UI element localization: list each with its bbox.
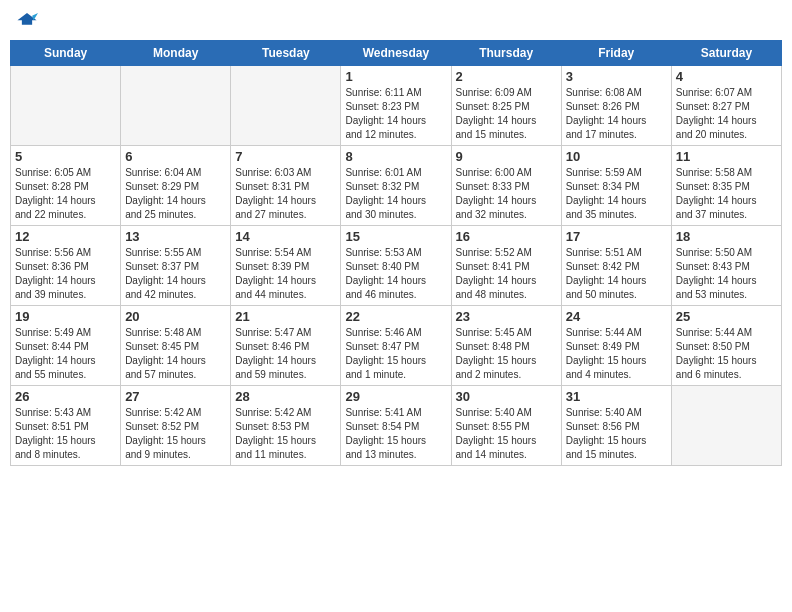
day-number: 18 [676,229,777,244]
day-number: 29 [345,389,446,404]
day-info: Sunrise: 5:52 AMSunset: 8:41 PMDaylight:… [456,246,557,302]
weekday-header-friday: Friday [561,41,671,66]
weekday-header-monday: Monday [121,41,231,66]
calendar-cell [671,386,781,466]
day-number: 28 [235,389,336,404]
calendar-cell: 4Sunrise: 6:07 AMSunset: 8:27 PMDaylight… [671,66,781,146]
day-info: Sunrise: 6:00 AMSunset: 8:33 PMDaylight:… [456,166,557,222]
day-info: Sunrise: 5:40 AMSunset: 8:55 PMDaylight:… [456,406,557,462]
calendar-cell: 1Sunrise: 6:11 AMSunset: 8:23 PMDaylight… [341,66,451,146]
weekday-header-row: SundayMondayTuesdayWednesdayThursdayFrid… [11,41,782,66]
day-info: Sunrise: 5:54 AMSunset: 8:39 PMDaylight:… [235,246,336,302]
calendar-cell: 5Sunrise: 6:05 AMSunset: 8:28 PMDaylight… [11,146,121,226]
calendar-cell: 28Sunrise: 5:42 AMSunset: 8:53 PMDayligh… [231,386,341,466]
day-number: 21 [235,309,336,324]
weekday-header-tuesday: Tuesday [231,41,341,66]
calendar-cell: 19Sunrise: 5:49 AMSunset: 8:44 PMDayligh… [11,306,121,386]
calendar-cell: 11Sunrise: 5:58 AMSunset: 8:35 PMDayligh… [671,146,781,226]
calendar-cell: 6Sunrise: 6:04 AMSunset: 8:29 PMDaylight… [121,146,231,226]
day-number: 5 [15,149,116,164]
calendar-week-row: 12Sunrise: 5:56 AMSunset: 8:36 PMDayligh… [11,226,782,306]
calendar-week-row: 1Sunrise: 6:11 AMSunset: 8:23 PMDaylight… [11,66,782,146]
page-header [10,10,782,32]
calendar-cell [11,66,121,146]
calendar-week-row: 5Sunrise: 6:05 AMSunset: 8:28 PMDaylight… [11,146,782,226]
day-number: 9 [456,149,557,164]
day-info: Sunrise: 6:01 AMSunset: 8:32 PMDaylight:… [345,166,446,222]
day-number: 17 [566,229,667,244]
day-number: 4 [676,69,777,84]
calendar-cell: 15Sunrise: 5:53 AMSunset: 8:40 PMDayligh… [341,226,451,306]
calendar-cell: 8Sunrise: 6:01 AMSunset: 8:32 PMDaylight… [341,146,451,226]
day-info: Sunrise: 5:50 AMSunset: 8:43 PMDaylight:… [676,246,777,302]
day-number: 27 [125,389,226,404]
calendar-table: SundayMondayTuesdayWednesdayThursdayFrid… [10,40,782,466]
day-info: Sunrise: 6:07 AMSunset: 8:27 PMDaylight:… [676,86,777,142]
day-info: Sunrise: 5:47 AMSunset: 8:46 PMDaylight:… [235,326,336,382]
calendar-cell: 13Sunrise: 5:55 AMSunset: 8:37 PMDayligh… [121,226,231,306]
day-number: 1 [345,69,446,84]
day-number: 16 [456,229,557,244]
day-info: Sunrise: 6:05 AMSunset: 8:28 PMDaylight:… [15,166,116,222]
weekday-header-saturday: Saturday [671,41,781,66]
day-number: 19 [15,309,116,324]
calendar-cell: 23Sunrise: 5:45 AMSunset: 8:48 PMDayligh… [451,306,561,386]
calendar-week-row: 19Sunrise: 5:49 AMSunset: 8:44 PMDayligh… [11,306,782,386]
calendar-cell [121,66,231,146]
day-number: 13 [125,229,226,244]
calendar-cell: 25Sunrise: 5:44 AMSunset: 8:50 PMDayligh… [671,306,781,386]
calendar-cell: 31Sunrise: 5:40 AMSunset: 8:56 PMDayligh… [561,386,671,466]
day-number: 24 [566,309,667,324]
day-number: 6 [125,149,226,164]
calendar-cell: 20Sunrise: 5:48 AMSunset: 8:45 PMDayligh… [121,306,231,386]
logo-bird-icon [16,10,38,32]
day-info: Sunrise: 6:03 AMSunset: 8:31 PMDaylight:… [235,166,336,222]
calendar-week-row: 26Sunrise: 5:43 AMSunset: 8:51 PMDayligh… [11,386,782,466]
day-number: 11 [676,149,777,164]
calendar-cell: 3Sunrise: 6:08 AMSunset: 8:26 PMDaylight… [561,66,671,146]
day-number: 22 [345,309,446,324]
day-info: Sunrise: 5:46 AMSunset: 8:47 PMDaylight:… [345,326,446,382]
day-number: 26 [15,389,116,404]
calendar-cell: 29Sunrise: 5:41 AMSunset: 8:54 PMDayligh… [341,386,451,466]
day-number: 25 [676,309,777,324]
calendar-cell: 7Sunrise: 6:03 AMSunset: 8:31 PMDaylight… [231,146,341,226]
day-info: Sunrise: 5:49 AMSunset: 8:44 PMDaylight:… [15,326,116,382]
day-info: Sunrise: 5:45 AMSunset: 8:48 PMDaylight:… [456,326,557,382]
day-info: Sunrise: 5:53 AMSunset: 8:40 PMDaylight:… [345,246,446,302]
day-number: 8 [345,149,446,164]
calendar-cell: 14Sunrise: 5:54 AMSunset: 8:39 PMDayligh… [231,226,341,306]
day-info: Sunrise: 5:59 AMSunset: 8:34 PMDaylight:… [566,166,667,222]
day-info: Sunrise: 5:58 AMSunset: 8:35 PMDaylight:… [676,166,777,222]
day-info: Sunrise: 6:04 AMSunset: 8:29 PMDaylight:… [125,166,226,222]
day-info: Sunrise: 5:48 AMSunset: 8:45 PMDaylight:… [125,326,226,382]
day-info: Sunrise: 6:11 AMSunset: 8:23 PMDaylight:… [345,86,446,142]
day-info: Sunrise: 6:09 AMSunset: 8:25 PMDaylight:… [456,86,557,142]
weekday-header-sunday: Sunday [11,41,121,66]
day-info: Sunrise: 5:51 AMSunset: 8:42 PMDaylight:… [566,246,667,302]
calendar-cell: 9Sunrise: 6:00 AMSunset: 8:33 PMDaylight… [451,146,561,226]
day-number: 7 [235,149,336,164]
day-number: 14 [235,229,336,244]
day-info: Sunrise: 5:56 AMSunset: 8:36 PMDaylight:… [15,246,116,302]
day-number: 15 [345,229,446,244]
weekday-header-wednesday: Wednesday [341,41,451,66]
calendar-cell: 21Sunrise: 5:47 AMSunset: 8:46 PMDayligh… [231,306,341,386]
calendar-cell: 12Sunrise: 5:56 AMSunset: 8:36 PMDayligh… [11,226,121,306]
day-number: 3 [566,69,667,84]
day-number: 10 [566,149,667,164]
day-info: Sunrise: 5:41 AMSunset: 8:54 PMDaylight:… [345,406,446,462]
day-info: Sunrise: 6:08 AMSunset: 8:26 PMDaylight:… [566,86,667,142]
day-number: 20 [125,309,226,324]
calendar-cell: 27Sunrise: 5:42 AMSunset: 8:52 PMDayligh… [121,386,231,466]
day-info: Sunrise: 5:55 AMSunset: 8:37 PMDaylight:… [125,246,226,302]
day-info: Sunrise: 5:44 AMSunset: 8:49 PMDaylight:… [566,326,667,382]
day-info: Sunrise: 5:43 AMSunset: 8:51 PMDaylight:… [15,406,116,462]
day-number: 23 [456,309,557,324]
day-info: Sunrise: 5:44 AMSunset: 8:50 PMDaylight:… [676,326,777,382]
weekday-header-thursday: Thursday [451,41,561,66]
calendar-cell: 30Sunrise: 5:40 AMSunset: 8:55 PMDayligh… [451,386,561,466]
calendar-cell: 24Sunrise: 5:44 AMSunset: 8:49 PMDayligh… [561,306,671,386]
calendar-cell: 22Sunrise: 5:46 AMSunset: 8:47 PMDayligh… [341,306,451,386]
day-number: 31 [566,389,667,404]
